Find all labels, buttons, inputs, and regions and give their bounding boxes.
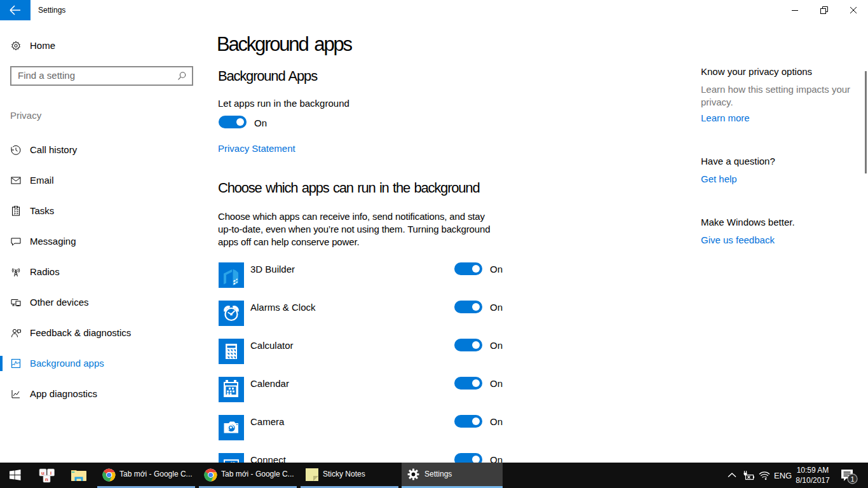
svg-text:n: n bbox=[45, 477, 48, 482]
svg-text:i: i bbox=[50, 470, 51, 476]
svg-text:u: u bbox=[41, 470, 44, 476]
svg-text:1: 1 bbox=[850, 475, 854, 483]
